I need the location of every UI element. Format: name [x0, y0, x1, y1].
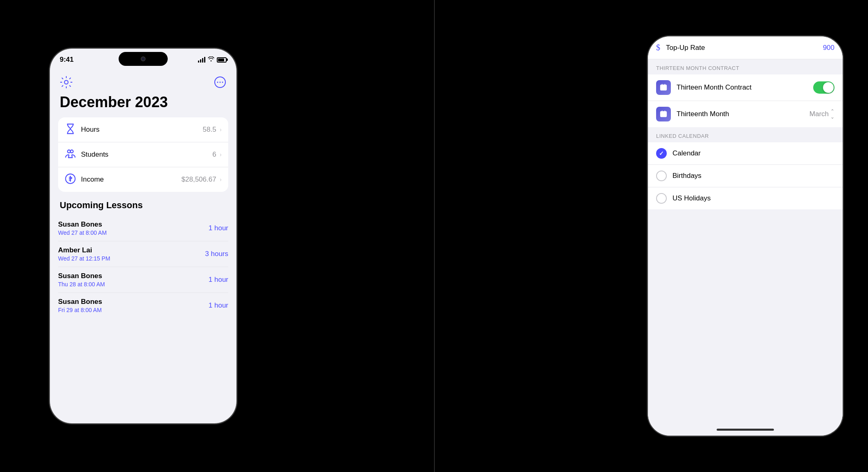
- center-divider: [434, 0, 435, 472]
- calendar-card: ✓ Calendar Birthdays US Holidays: [648, 142, 843, 209]
- status-time: 9:41: [60, 56, 74, 64]
- calendar-section-header: LINKED CALENDAR: [648, 127, 843, 142]
- svg-point-16: [663, 115, 664, 116]
- thirteenth-month-row[interactable]: Thirteenth Month March ⌃⌄: [648, 101, 843, 127]
- power-button: [236, 130, 237, 160]
- birthdays-option-label: Birthdays: [672, 172, 702, 180]
- income-row[interactable]: Income $28,506.67 ›: [58, 167, 228, 192]
- left-phone: 9:41: [49, 48, 237, 424]
- students-label: Students: [81, 151, 212, 159]
- battery-icon: [217, 57, 227, 63]
- home-bar: [717, 429, 774, 431]
- topup-label: Top-Up Rate: [666, 44, 823, 52]
- svg-rect-14: [661, 111, 667, 117]
- svg-point-12: [664, 88, 666, 89]
- svg-point-15: [661, 115, 663, 116]
- right-volume-down: [647, 142, 648, 160]
- svg-point-17: [664, 115, 666, 116]
- thirteenth-month-label: Thirteenth Month: [677, 110, 810, 118]
- us-holidays-option-label: US Holidays: [672, 194, 711, 202]
- right-volume-up: [647, 118, 648, 136]
- screen-header: [50, 71, 236, 92]
- lesson-info: Susan Bones Wed 27 at 8:00 AM: [58, 220, 107, 236]
- radio-birthdays[interactable]: [656, 171, 667, 181]
- toggle-knob: [823, 82, 834, 93]
- home-indicator: [648, 423, 843, 436]
- right-phone: $ Top-Up Rate 900 THIRTEEN MONTH CONTRAC…: [647, 36, 843, 436]
- income-value: $28,506.67: [182, 175, 216, 184]
- front-camera: [141, 56, 146, 61]
- list-item[interactable]: Amber Lai Wed 27 at 12:15 PM 3 hours: [58, 241, 228, 267]
- lesson-name: Susan Bones: [58, 298, 102, 306]
- svg-point-11: [663, 88, 664, 89]
- dynamic-island: [119, 52, 168, 66]
- lesson-time: Thu 28 at 8:00 AM: [58, 281, 105, 288]
- thirteenth-month-value-text: March: [810, 110, 829, 118]
- income-chevron: ›: [220, 176, 222, 183]
- lesson-duration: 1 hour: [209, 276, 228, 284]
- right-phone-left-buttons: [647, 118, 648, 160]
- calendar-option-label: Calendar: [672, 149, 701, 157]
- svg-point-10: [661, 88, 663, 89]
- lesson-name: Amber Lai: [58, 246, 110, 254]
- hours-value: 58.5: [203, 126, 216, 134]
- radio-us-holidays[interactable]: [656, 193, 667, 204]
- calendar-option-us-holidays[interactable]: US Holidays: [648, 187, 843, 209]
- lesson-time: Wed 27 at 8:00 AM: [58, 229, 107, 236]
- thirteen-contract-toggle[interactable]: [813, 81, 834, 94]
- thirteen-contract-label: Thirteen Month Contract: [677, 83, 813, 92]
- lessons-list: Susan Bones Wed 27 at 8:00 AM 1 hour Amb…: [50, 216, 236, 423]
- income-label: Income: [81, 175, 182, 184]
- lesson-duration: 1 hour: [209, 224, 228, 232]
- thirteenth-month-value[interactable]: March ⌃⌄: [810, 108, 834, 120]
- topup-row[interactable]: $ Top-Up Rate 900: [648, 36, 843, 59]
- list-item[interactable]: Susan Bones Thu 28 at 8:00 AM 1 hour: [58, 267, 228, 293]
- right-phone-screen: $ Top-Up Rate 900 THIRTEEN MONTH CONTRAC…: [648, 36, 843, 436]
- status-bar: 9:41: [50, 49, 236, 71]
- svg-point-0: [65, 81, 68, 84]
- svg-point-5: [67, 150, 70, 153]
- thirteen-section-header: THIRTEEN MONTH CONTRACT: [648, 59, 843, 74]
- students-chevron: ›: [220, 151, 222, 158]
- calendar-option-calendar[interactable]: ✓ Calendar: [648, 142, 843, 165]
- svg-point-6: [70, 150, 73, 153]
- radio-calendar[interactable]: ✓: [656, 148, 667, 159]
- svg-rect-9: [661, 85, 667, 90]
- hours-row[interactable]: Hours 58.5 ›: [58, 117, 228, 142]
- list-item[interactable]: Susan Bones Wed 27 at 8:00 AM 1 hour: [58, 216, 228, 241]
- right-power-button: [843, 126, 843, 159]
- hours-label: Hours: [81, 126, 203, 134]
- lesson-name: Susan Bones: [58, 220, 107, 229]
- hourglass-icon: [65, 123, 76, 136]
- lesson-time: Wed 27 at 12:15 PM: [58, 255, 110, 262]
- lesson-duration: 3 hours: [205, 250, 228, 258]
- calendar-option-birthdays[interactable]: Birthdays: [648, 165, 843, 187]
- settings-icon[interactable]: [60, 76, 73, 89]
- svg-point-4: [222, 82, 223, 83]
- students-row[interactable]: Students 6 ›: [58, 142, 228, 167]
- thirteen-contract-row[interactable]: Thirteen Month Contract: [648, 74, 843, 101]
- wifi-icon: [208, 56, 214, 63]
- dollar-icon: $: [656, 43, 660, 52]
- status-icons: [198, 56, 227, 63]
- lesson-info: Amber Lai Wed 27 at 12:15 PM: [58, 246, 110, 262]
- stepper-icon: ⌃⌄: [830, 108, 834, 120]
- svg-point-3: [220, 82, 221, 83]
- left-side-buttons: [49, 122, 50, 164]
- volume-up-button: [49, 122, 50, 140]
- volume-down-button: [49, 146, 50, 164]
- thirteenth-month-icon: [656, 107, 671, 121]
- lesson-info: Susan Bones Thu 28 at 8:00 AM: [58, 272, 105, 288]
- checkmark-icon: ✓: [659, 150, 664, 157]
- lesson-duration: 1 hour: [209, 301, 228, 310]
- more-icon[interactable]: [214, 76, 227, 89]
- signal-icon: [198, 57, 205, 63]
- left-phone-screen: December 2023 Hours 58.5 ›: [50, 71, 236, 423]
- thirteen-contract-icon: [656, 80, 671, 95]
- screen-spacer: [648, 209, 843, 423]
- screen-title: December 2023: [50, 92, 236, 117]
- lesson-name: Susan Bones: [58, 272, 105, 280]
- list-item[interactable]: Susan Bones Fri 29 at 8:00 AM 1 hour: [58, 293, 228, 318]
- lesson-info: Susan Bones Fri 29 at 8:00 AM: [58, 298, 102, 313]
- income-icon: [65, 173, 76, 186]
